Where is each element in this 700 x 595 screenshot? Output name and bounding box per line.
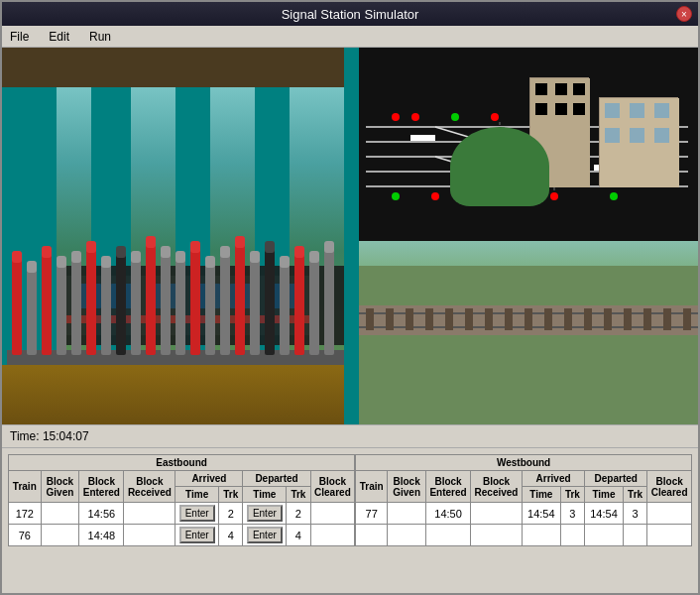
svg-rect-41	[235, 236, 245, 248]
col-block-entered-w: Block Entered	[426, 471, 471, 503]
col-block-entered-e: Block Entered	[79, 471, 124, 503]
svg-rect-37	[205, 256, 215, 268]
e-departed-time-2: Enter	[243, 525, 287, 546]
col-block-received-w: Block Received	[471, 471, 523, 503]
e-block-entered-1: 14:56	[79, 503, 124, 525]
svg-rect-20	[86, 246, 96, 355]
svg-rect-100	[386, 308, 394, 330]
w-block-entered-1: 14:50	[426, 503, 471, 525]
svg-rect-14	[42, 251, 52, 355]
sim-scene	[2, 48, 698, 424]
svg-rect-77	[410, 135, 435, 141]
svg-rect-85	[654, 103, 669, 118]
svg-rect-92	[573, 83, 585, 95]
e-block-given-1	[41, 503, 79, 525]
col-train-e: Train	[9, 471, 42, 503]
w-block-cleared-1	[647, 503, 692, 525]
enter-arrived-btn-2[interactable]: Enter	[179, 527, 215, 543]
e-train-1: 172	[9, 503, 42, 525]
enter-departed-btn-1[interactable]: Enter	[247, 505, 283, 522]
svg-rect-93	[535, 103, 547, 115]
svg-rect-35	[190, 241, 200, 253]
svg-rect-109	[564, 308, 572, 330]
svg-rect-113	[643, 308, 651, 330]
svg-rect-27	[131, 251, 141, 263]
col-train-w: Train	[355, 471, 388, 503]
e-arrived-trk-2: 4	[219, 525, 243, 546]
svg-rect-47	[280, 256, 290, 268]
westbound-header: Westbound	[355, 455, 691, 471]
menu-edit[interactable]: Edit	[45, 29, 73, 45]
col-departed-time-w: Time	[585, 487, 624, 503]
col-arrived-e: Arrived	[175, 471, 243, 487]
train-table: Eastbound Westbound Train Block Given Bl…	[8, 454, 692, 546]
svg-rect-11	[12, 251, 22, 263]
svg-point-64	[392, 113, 400, 121]
svg-rect-112	[624, 308, 632, 330]
svg-rect-53	[324, 241, 334, 253]
svg-rect-51	[309, 251, 319, 263]
svg-rect-29	[146, 236, 156, 248]
e-arrived-time-2: Enter	[175, 525, 219, 546]
e-block-given-2	[41, 525, 79, 546]
svg-point-76	[610, 192, 618, 200]
svg-rect-88	[654, 128, 669, 143]
w-block-entered-2	[426, 525, 471, 546]
svg-rect-38	[220, 251, 230, 355]
w-departed-trk-1: 3	[623, 503, 646, 525]
title-bar: Signal Station Simulator ×	[2, 2, 698, 26]
col-arrived-trk-e: Trk	[219, 487, 243, 503]
col-arrived-time-w: Time	[522, 487, 560, 503]
svg-rect-34	[190, 246, 200, 355]
svg-point-65	[411, 113, 419, 121]
svg-rect-106	[505, 308, 513, 330]
e-departed-trk-1: 2	[287, 503, 310, 525]
svg-rect-31	[161, 246, 171, 258]
w-block-received-1	[471, 503, 523, 525]
svg-rect-111	[604, 308, 612, 330]
w-block-given-1	[388, 503, 426, 525]
w-train-1: 77	[355, 503, 388, 525]
eastbound-header: Eastbound	[9, 455, 356, 471]
svg-rect-104	[465, 308, 473, 330]
svg-point-66	[451, 113, 459, 121]
main-window: Signal Station Simulator × File Edit Run	[0, 0, 700, 595]
menu-run[interactable]: Run	[85, 29, 115, 45]
table-row: 172 14:56 Enter 2 Enter 2 77 14:50 14:54…	[9, 503, 692, 525]
svg-rect-12	[27, 266, 37, 355]
svg-rect-103	[445, 308, 453, 330]
svg-point-73	[431, 192, 439, 200]
svg-rect-39	[220, 246, 230, 258]
e-arrived-trk-1: 2	[219, 503, 243, 525]
w-arrived-trk-1: 3	[560, 503, 584, 525]
svg-rect-84	[630, 103, 644, 118]
e-block-received-1	[124, 503, 175, 525]
col-block-cleared-e: Block Cleared	[310, 471, 355, 503]
status-bar: Time: 15:04:07	[2, 424, 698, 448]
e-block-cleared-1	[310, 503, 355, 525]
ground	[356, 266, 698, 424]
svg-rect-36	[205, 261, 215, 355]
svg-rect-19	[71, 251, 81, 263]
menu-file[interactable]: File	[6, 29, 33, 45]
enter-departed-btn-2[interactable]: Enter	[247, 527, 283, 543]
svg-point-75	[550, 192, 558, 200]
svg-rect-10	[12, 256, 22, 355]
svg-rect-102	[425, 308, 433, 330]
svg-rect-107	[525, 308, 532, 330]
e-departed-time-1: Enter	[243, 503, 287, 525]
enter-arrived-btn-1[interactable]: Enter	[179, 505, 215, 522]
col-arrived-w: Arrived	[522, 471, 584, 487]
table-row: 76 14:48 Enter 4 Enter 4	[9, 525, 692, 546]
close-button[interactable]: ×	[676, 6, 692, 22]
svg-rect-86	[605, 128, 620, 143]
e-block-received-2	[124, 525, 175, 546]
svg-rect-16	[57, 261, 66, 355]
col-departed-w: Departed	[585, 471, 647, 487]
svg-rect-49	[294, 246, 304, 258]
col-arrived-trk-w: Trk	[560, 487, 584, 503]
svg-point-72	[392, 192, 400, 200]
svg-rect-32	[175, 256, 185, 355]
col-departed-trk-w: Trk	[623, 487, 646, 503]
w-block-received-2	[471, 525, 523, 546]
